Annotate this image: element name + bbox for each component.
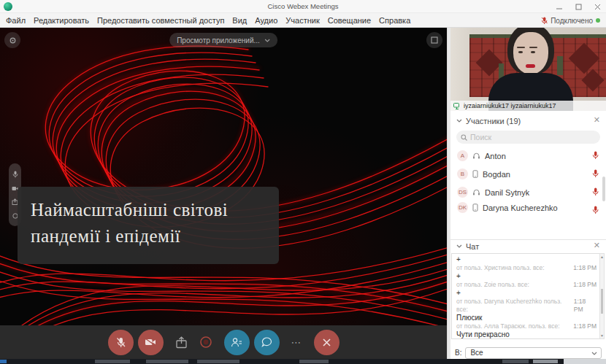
timestamp: 1:18 PM: [574, 298, 597, 314]
menu-help[interactable]: Справка: [379, 16, 410, 25]
chevron-down-icon: [264, 39, 270, 42]
connection-status: Подключено: [541, 13, 600, 28]
mute-button[interactable]: [108, 330, 134, 355]
chat-message-list[interactable]: + от польз. Христина польз. все:1:18 PM …: [451, 253, 602, 339]
participants-button[interactable]: [224, 330, 250, 355]
send-to-dropdown[interactable]: Все: [465, 347, 602, 359]
send-to-label: В:: [455, 349, 461, 357]
share-icon: [175, 336, 188, 349]
chat-message: Плюсик: [456, 314, 597, 322]
chat-scrollbar[interactable]: ▲ ▼: [599, 253, 605, 339]
close-window-button[interactable]: [593, 2, 602, 11]
windows-taskbar[interactable]: [0, 359, 606, 364]
menu-edit[interactable]: Редактировать: [34, 16, 89, 25]
avatar: DK: [457, 202, 468, 213]
scrollbar-thumb[interactable]: [601, 289, 603, 314]
chat-panel: Чат ✕ + от польз. Христина польз. все:1:…: [450, 239, 606, 359]
person-lips: [526, 64, 535, 68]
search-icon: [461, 134, 467, 141]
self-video-thumbnail[interactable]: iyzaiarniukuk17 iyzaiarniukuk17: [450, 28, 606, 111]
record-icon: [199, 336, 212, 349]
avatar: DS: [457, 187, 468, 198]
phone-icon: [472, 204, 478, 212]
close-participants-button[interactable]: ✕: [594, 115, 600, 125]
connected-dot-icon: [596, 18, 600, 23]
window-title: Cisco Webex Meetings: [0, 2, 606, 10]
participant-row[interactable]: DS Danil Sytnyk: [450, 183, 606, 201]
headset-icon: [472, 152, 480, 160]
participants-icon: [231, 337, 242, 347]
participant-search[interactable]: [456, 131, 600, 144]
headset-icon: [472, 189, 480, 196]
chat-message-header: от польз. Алла Тарасюк. польз. все:1:18 …: [456, 322, 597, 330]
scroll-down-icon[interactable]: ▼: [600, 333, 604, 338]
menu-participant[interactable]: Участник: [285, 16, 319, 25]
more-options-button[interactable]: ⋯: [291, 336, 302, 348]
chat-title: Чат: [466, 242, 479, 251]
maximize-button[interactable]: [574, 2, 583, 11]
taskbar-tray[interactable]: [564, 359, 606, 364]
timestamp: 1:18 PM: [573, 281, 597, 289]
participants-scrollbar[interactable]: [602, 177, 605, 201]
close-icon: [322, 338, 331, 347]
slide-title-box: Наймасштабніші світові пандемії і епідем…: [18, 187, 279, 264]
stop-video-button[interactable]: [138, 330, 164, 355]
participant-row[interactable]: B Bogdan: [450, 165, 606, 183]
start-button[interactable]: [0, 360, 7, 363]
menu-bar: Файл Редактировать Предоставить совместн…: [0, 13, 606, 28]
view-selector-label: Просмотр приложений...: [177, 36, 260, 44]
menu-file[interactable]: Файл: [6, 16, 26, 25]
meeting-controls: ⋯: [0, 325, 447, 359]
layout-button[interactable]: [426, 32, 442, 48]
camera-off-icon: [145, 338, 156, 346]
participant-row[interactable]: A Anton: [450, 147, 606, 165]
slide-title-line1: Наймасштабніші світові: [31, 197, 279, 223]
participant-row[interactable]: DK Daryna Kucherezhko: [450, 201, 606, 214]
chat-message: +: [456, 255, 597, 264]
sharing-indicator-icon: [453, 103, 461, 109]
timestamp: 1:18 PM: [573, 322, 597, 330]
mini-mic-icon[interactable]: [12, 171, 18, 178]
participant-name-label: iyzaiarniukuk17 iyzaiarniukuk17: [464, 102, 556, 109]
chat-message-header: от польз. Zoie польз. все:1:18 PM: [456, 281, 597, 289]
chevron-down-icon: [591, 352, 597, 355]
scroll-up-icon[interactable]: ▲: [600, 255, 604, 259]
shared-content-area: Просмотр приложений...: [0, 28, 447, 359]
collapse-chevron-icon[interactable]: [456, 119, 462, 123]
avatar: B: [457, 169, 468, 179]
sidebar: iyzaiarniukuk17 iyzaiarniukuk17 Участник…: [450, 28, 606, 359]
gear-icon: [9, 36, 17, 44]
video-name-bar: iyzaiarniukuk17 iyzaiarniukuk17: [450, 101, 606, 111]
send-to-value: Все: [470, 349, 483, 357]
chat-message: Чути прекрасно: [456, 330, 597, 339]
muted-mic-icon: [116, 337, 126, 348]
muted-mic-icon[interactable]: [592, 206, 599, 214]
menu-view[interactable]: Вид: [232, 16, 247, 25]
muted-mic-icon[interactable]: [592, 187, 599, 196]
share-button[interactable]: [175, 336, 188, 349]
leave-meeting-button[interactable]: [314, 330, 340, 355]
chat-message-header: от польз. Христина польз. все:1:18 PM: [456, 264, 597, 272]
person-face: [513, 32, 548, 74]
menu-share[interactable]: Предоставить совместный доступ: [97, 16, 224, 25]
minimize-button[interactable]: [555, 2, 564, 11]
close-chat-button[interactable]: ✕: [594, 241, 600, 250]
settings-button[interactable]: [4, 32, 20, 48]
menu-audio[interactable]: Аудио: [255, 16, 277, 25]
view-selector-dropdown[interactable]: Просмотр приложений...: [169, 33, 277, 47]
avatar: A: [457, 150, 468, 161]
presentation-slide: Просмотр приложений...: [0, 28, 447, 325]
muted-mic-icon[interactable]: [592, 169, 599, 178]
search-input[interactable]: [470, 133, 580, 142]
collapse-chevron-icon[interactable]: [456, 244, 462, 248]
webex-window: Cisco Webex Meetings Файл Редактировать …: [0, 0, 606, 364]
title-bar: Cisco Webex Meetings: [0, 0, 606, 13]
participants-title: Участники (19): [466, 117, 521, 125]
record-button[interactable]: [199, 336, 212, 349]
chat-message-header: от польз. Daryna Kucherezhko польз. все:…: [456, 298, 597, 314]
chat-button[interactable]: [254, 330, 280, 355]
muted-mic-icon[interactable]: [592, 151, 599, 160]
menu-meeting[interactable]: Совещание: [328, 16, 371, 25]
chat-bubble-icon: [261, 337, 272, 347]
connection-status-label: Подключено: [551, 17, 593, 25]
